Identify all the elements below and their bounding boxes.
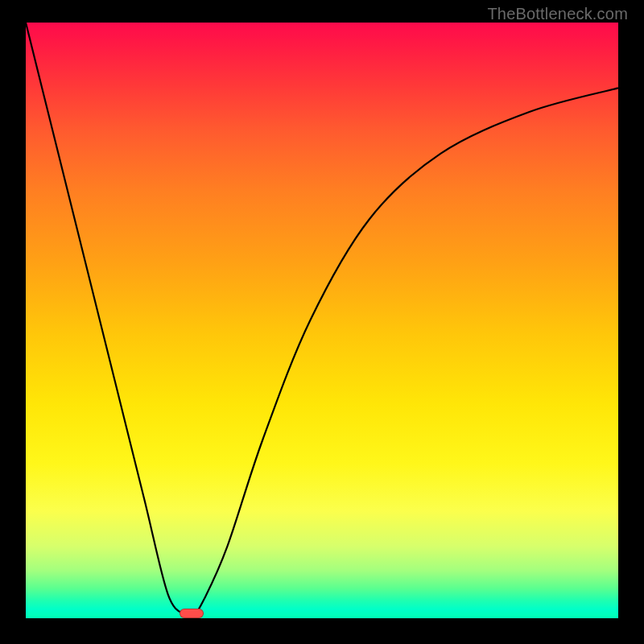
optimal-point-marker <box>180 609 204 618</box>
curve-path <box>26 23 618 618</box>
plot-area <box>26 23 618 618</box>
bottleneck-curve <box>26 23 618 618</box>
watermark-text: TheBottleneck.com <box>487 5 628 23</box>
